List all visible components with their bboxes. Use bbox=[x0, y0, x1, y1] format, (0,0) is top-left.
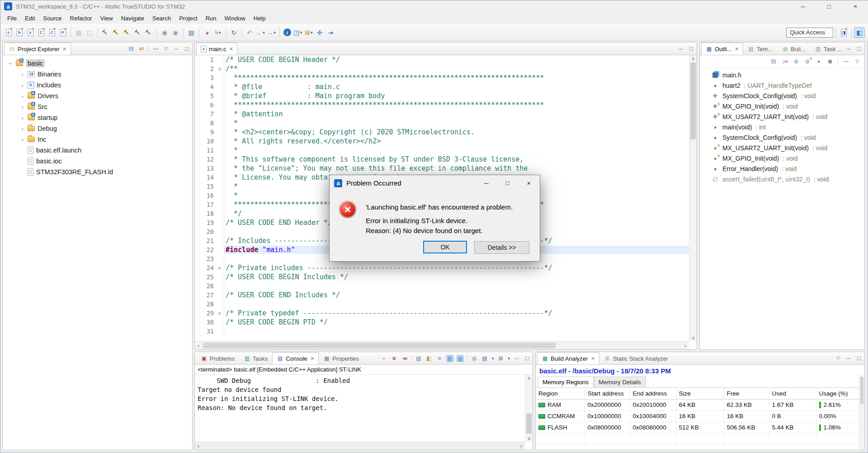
tree-item-startup[interactable]: startup bbox=[3, 112, 192, 123]
fullscreen-icon[interactable]: ✣ bbox=[314, 27, 325, 38]
minimize-view-icon[interactable] bbox=[845, 355, 852, 362]
close-tab-icon[interactable] bbox=[311, 355, 314, 362]
column-region[interactable]: Region bbox=[536, 388, 585, 399]
table-row-ccmram[interactable]: CCMRAM 0x10000000 0x10004000 16 KB 16 KB… bbox=[536, 410, 864, 422]
fold-marker-icon[interactable] bbox=[216, 66, 224, 72]
dialog-maximize-icon[interactable] bbox=[497, 176, 518, 191]
table-row-ram[interactable]: RAM 0x20000000 0x20010000 64 KB 62.33 KB… bbox=[536, 399, 864, 410]
tab-project-explorer[interactable]: 🗀 Project Explorer bbox=[4, 43, 71, 55]
display-console-chevron-icon[interactable]: ▾ bbox=[492, 356, 494, 361]
refresh-icon[interactable]: ↻ bbox=[228, 27, 239, 38]
back-icon[interactable]: ←▾ bbox=[255, 27, 266, 38]
console-horizontal-scrollbar[interactable] bbox=[195, 442, 525, 450]
console-view-icon[interactable]: ▤ bbox=[186, 27, 197, 38]
tab-properties[interactable]: ▦ Properties bbox=[319, 352, 363, 364]
column-free[interactable]: Free bbox=[724, 388, 769, 399]
scroll-up-icon[interactable] bbox=[689, 55, 697, 62]
tree-item-drivers[interactable]: Drivers bbox=[3, 91, 192, 101]
column-used[interactable]: Used bbox=[769, 388, 816, 399]
scroll-left-icon[interactable] bbox=[195, 442, 202, 450]
open-table-icon[interactable]: ⊞▾ bbox=[303, 27, 314, 38]
view-menu-icon[interactable] bbox=[152, 45, 159, 52]
tree-item-src[interactable]: Src bbox=[3, 101, 192, 112]
hide-fields-icon[interactable] bbox=[793, 58, 800, 65]
expand-chevron-icon[interactable] bbox=[7, 61, 14, 66]
menu-window[interactable]: Window bbox=[221, 14, 250, 23]
maximize-window-icon[interactable] bbox=[816, 0, 842, 12]
new-cpp-project-icon[interactable]: C✦ bbox=[47, 27, 57, 38]
open-perspective-icon[interactable]: ◨✦ bbox=[838, 27, 849, 38]
outline-item-error-handler[interactable]: Error_Handler(void) : void bbox=[700, 163, 864, 174]
minimize-editor-icon[interactable] bbox=[677, 45, 684, 52]
expand-chevron-icon[interactable] bbox=[20, 125, 25, 132]
outline-item-systemclock-proto[interactable]: SystemClock_Config(void) : void bbox=[700, 91, 864, 101]
outline-item-main-h[interactable]: main.h bbox=[700, 70, 864, 80]
exit-fullscreen-icon[interactable]: ⇥ bbox=[325, 27, 336, 38]
scroll-down-icon[interactable] bbox=[689, 334, 697, 341]
expand-chevron-icon[interactable] bbox=[20, 82, 25, 89]
save-icon[interactable]: ▦ bbox=[73, 27, 84, 38]
scroll-left-icon[interactable] bbox=[195, 342, 202, 349]
tree-item-inc[interactable]: Inc bbox=[3, 134, 192, 145]
build-analyzer-scrollbar[interactable] bbox=[859, 375, 864, 450]
hide-inactive-icon[interactable] bbox=[826, 58, 834, 65]
tree-item-basic-ioc[interactable]: basic.ioc bbox=[3, 156, 192, 167]
minimize-view-icon[interactable] bbox=[513, 355, 520, 362]
remove-launch-icon[interactable] bbox=[391, 355, 398, 362]
open-window-icon[interactable]: ◳▾ bbox=[292, 27, 303, 38]
collapse-all-icon[interactable] bbox=[127, 45, 135, 52]
menu-edit[interactable]: Edit bbox=[21, 14, 39, 23]
open-console-chevron-icon[interactable]: ▾ bbox=[508, 356, 510, 361]
view-menu-chevron-icon[interactable] bbox=[854, 58, 861, 65]
save-all-icon[interactable]: ◫ bbox=[84, 27, 95, 38]
minimize-view-icon[interactable] bbox=[173, 45, 180, 52]
menu-source[interactable]: Source bbox=[39, 14, 66, 23]
view-menu-chevron-icon[interactable] bbox=[162, 45, 170, 52]
subtab-memory-details[interactable]: Memory Details bbox=[594, 377, 646, 387]
link-with-editor-icon[interactable] bbox=[138, 45, 145, 52]
flash-program-icon[interactable]: ϟ▾ bbox=[212, 27, 223, 38]
maximize-view-icon[interactable] bbox=[524, 355, 531, 362]
close-window-icon[interactable] bbox=[842, 0, 868, 12]
scroll-lock-icon[interactable] bbox=[425, 355, 433, 362]
menu-view[interactable]: View bbox=[96, 14, 117, 23]
minimize-window-icon[interactable] bbox=[790, 0, 816, 12]
hide-non-public-icon[interactable] bbox=[815, 58, 822, 65]
column-start-address[interactable]: Start address bbox=[585, 388, 630, 399]
outline-item-huart2[interactable]: huart2 : UART_HandleTypeDef bbox=[700, 80, 864, 91]
menu-file[interactable]: File bbox=[3, 14, 21, 23]
tab-problems[interactable]: ▣ Problems bbox=[196, 352, 239, 364]
new-c-source-file-icon[interactable]: c✦ bbox=[3, 27, 14, 38]
close-tab-icon[interactable] bbox=[229, 45, 233, 52]
expand-chevron-icon[interactable] bbox=[20, 136, 25, 143]
tab-console[interactable]: ▤ Console bbox=[272, 352, 319, 364]
debug-icon[interactable]: ◉ bbox=[159, 27, 170, 38]
quick-access-box[interactable]: Quick Access bbox=[786, 28, 833, 38]
maximize-editor-icon[interactable] bbox=[688, 45, 695, 52]
new-cpp-file-icon[interactable]: x✦ bbox=[25, 27, 36, 38]
console-output[interactable]: SWD Debug : EnabledTarget no device foun… bbox=[195, 375, 525, 442]
show-stdout-icon[interactable] bbox=[446, 355, 453, 362]
maximize-view-icon[interactable] bbox=[855, 45, 863, 52]
minimize-view-icon[interactable] bbox=[845, 45, 852, 52]
column-usage[interactable]: Usage (%) bbox=[816, 388, 860, 399]
tree-item-debug[interactable]: Debug bbox=[3, 123, 192, 134]
expand-chevron-icon[interactable] bbox=[20, 93, 25, 100]
scroll-down-icon[interactable] bbox=[525, 435, 533, 442]
close-tab-icon[interactable] bbox=[591, 355, 594, 362]
tree-item-binaries[interactable]: 10 Binaries bbox=[3, 69, 192, 80]
build-project-icon[interactable]: T bbox=[111, 27, 122, 38]
outline-item-mx-usart2-proto[interactable]: MX_USART2_UART_Init(void) : void bbox=[700, 111, 864, 122]
info-center-icon[interactable]: i bbox=[282, 27, 292, 38]
open-console-icon[interactable] bbox=[497, 355, 504, 362]
tree-item-basic-elf-launch[interactable]: basic.elf.launch bbox=[3, 145, 192, 156]
new-project-wizard-icon[interactable]: P✦ bbox=[57, 27, 68, 38]
show-stderr-icon[interactable] bbox=[457, 355, 464, 362]
word-wrap-icon[interactable] bbox=[436, 355, 443, 362]
rebuild-project-icon[interactable]: T bbox=[143, 27, 154, 38]
new-c-project-icon[interactable]: C✦ bbox=[36, 27, 47, 38]
clean-project-icon[interactable]: T bbox=[132, 27, 143, 38]
tab-outline[interactable]: ▦ Outli... bbox=[701, 43, 743, 55]
tab-tasks[interactable]: ▥ Tasks bbox=[239, 352, 272, 364]
menu-help[interactable]: Help bbox=[250, 14, 270, 23]
